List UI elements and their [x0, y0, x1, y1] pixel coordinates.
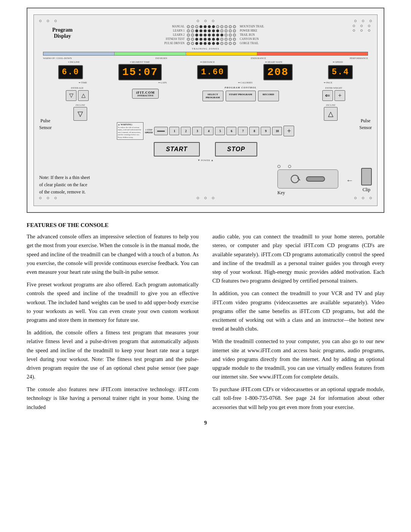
clip-section: Clip: [361, 168, 372, 193]
training-zones: TRAINING ZONES: [39, 47, 372, 50]
zones-labels: WARM-UP / COOL-DOWN FAT-BURN ENDURANCE P…: [39, 56, 372, 60]
speed-btn-8[interactable]: 8: [249, 127, 259, 135]
main-control-row: ENTER AGE ▽ △ iFIT.COM INTERACTIVE: [66, 86, 345, 101]
ifit-logo-button[interactable]: iFIT.COM INTERACTIVE: [132, 89, 159, 99]
col1-para-4: The console also features new iFIT.com i…: [27, 385, 199, 412]
metric-speed: 5.4: [328, 65, 353, 79]
key-slot: [306, 176, 325, 182]
text-content: FEATURES OF THE CONSOLE The advanced con…: [27, 222, 384, 426]
key-area: [277, 169, 338, 189]
corner-dot: [354, 20, 357, 22]
col2-para-1: audio cable, you can connect the treadmi…: [212, 232, 384, 285]
col2-para-3: With the treadmill connected to your com…: [212, 337, 384, 381]
pulse-sensor-right: Pulse Sensor: [359, 117, 372, 131]
metric-incline: 6.0: [58, 65, 83, 79]
col2-para-2: In addition, you can connect the treadmi…: [212, 289, 384, 333]
metric-distance: 1.60: [197, 65, 228, 79]
note-text: Note: If there is a thin sheetof clear p…: [39, 174, 90, 196]
clip-shape: [361, 168, 372, 185]
pulse-sensor-left: Pulse Sensor: [39, 117, 52, 131]
stop-button[interactable]: STOP: [215, 142, 257, 157]
start-button[interactable]: START: [154, 142, 200, 157]
weight-down-button[interactable]: ⇐: [322, 90, 333, 101]
console-diagram: Program Display MANUAL MOUNTAIN TRAIL LE: [27, 8, 384, 213]
features-heading: FEATURES OF THE CONSOLE: [27, 222, 384, 228]
enter-age-section: ENTER AGE ▽ △: [66, 87, 89, 101]
select-program-button[interactable]: SELECTPROGRAM: [202, 91, 223, 101]
key-label: Key: [277, 190, 338, 196]
speed-btn-5[interactable]: 5: [215, 127, 225, 135]
speed-btn-3[interactable]: 3: [192, 127, 202, 135]
bottom-area: Note: If there is a thin sheetof clear p…: [39, 165, 372, 196]
key-hole-left: [277, 165, 280, 168]
control-area: Pulse Sensor Pulse Sensor ENTER AGE ▽: [39, 86, 372, 162]
metrics-display-row: 6.0 15:07 1.60 208 5.4: [41, 64, 370, 80]
record-button[interactable]: RECORD: [258, 91, 279, 101]
prog-row-pulse-driven: PULSE DRIVEN GORGE TRAIL: [157, 42, 349, 45]
start-program-button[interactable]: START PROGRAM: [226, 91, 256, 101]
corner-dot: [39, 20, 41, 22]
magnifier-circle: [291, 175, 299, 183]
incline-down-button[interactable]: ▽: [73, 107, 87, 121]
corner-dot: [47, 20, 49, 22]
corner-dots-top: [39, 20, 372, 22]
key-hole-right: [288, 165, 291, 168]
prog-row-fitness-test: FITNESS TEST CANYON RUN: [157, 37, 349, 41]
two-column-layout: The advanced console offers an impressiv…: [27, 232, 384, 415]
clip-label: Clip: [363, 187, 371, 193]
col-right: audio cable, you can connect the treadmi…: [212, 232, 384, 415]
prog-row-learn1: LEARN 1 POWER HIKE: [157, 29, 349, 32]
incline-row: INCLINE ▽ INCLINE △: [73, 104, 338, 121]
speed-row: ▲ WARNING: To reduce the risk of serious…: [66, 122, 345, 140]
speed-btn-4[interactable]: 4: [204, 127, 213, 135]
program-rows: MANUAL MOUNTAIN TRAIL LEARN 1 POWER HIKE: [157, 25, 349, 45]
age-up-button[interactable]: △: [78, 90, 89, 101]
speed-btn-7[interactable]: 7: [238, 127, 248, 135]
metric-heartrate: 208: [263, 64, 292, 80]
arrow-icon: ←: [346, 176, 354, 185]
enter-weight-section: ENTER WEIGHT ⇐ +: [322, 87, 345, 101]
metric-time: 15:07: [118, 64, 162, 80]
metrics-bottom-labels: ▪▪ TIME ▪▪ LAPS ▪▪ CALORIES ▪▪ PACE: [43, 81, 368, 84]
corner-dot: [362, 20, 364, 22]
corner-dot: [370, 20, 372, 22]
prog-row-learn2: LEARN 2 TRAIL RUN: [157, 33, 349, 37]
prog-row-manual: MANUAL MOUNTAIN TRAIL: [157, 25, 349, 28]
key-clip-area: Key ← Clip: [277, 165, 372, 196]
speed-btn-6[interactable]: 6: [226, 127, 236, 135]
corner-dots-bottom: [39, 197, 372, 199]
zones-bar: [43, 52, 368, 56]
col1-para-2: Five preset workout programs are also of…: [27, 280, 199, 324]
speed-plus-button[interactable]: +: [284, 126, 294, 136]
col-left: The advanced console offers an impressiv…: [27, 232, 199, 415]
warning-box: ▲ WARNING: To reduce the risk of serious…: [117, 122, 143, 140]
power-label: ▼ POWER ▲: [66, 159, 345, 162]
col1-para-3: In addition, the console offers a fitnes…: [27, 328, 199, 381]
page-number: 9: [27, 420, 384, 426]
corner-dot: [212, 20, 214, 22]
program-display-label: Program Display: [39, 23, 89, 39]
col2-para-4: To purchase iFIT.com CD's or videocasset…: [212, 385, 384, 412]
age-down-button[interactable]: ▽: [66, 90, 76, 101]
speed-btn-2[interactable]: 2: [181, 127, 191, 135]
col1-para-1: The advanced console offers an impressiv…: [27, 232, 199, 276]
speed-btn-9[interactable]: 9: [261, 127, 271, 135]
weight-up-button[interactable]: +: [335, 90, 345, 101]
speed-flat-button[interactable]: [154, 127, 168, 135]
corner-dot: [204, 20, 207, 22]
console-inner: Program Display MANUAL MOUNTAIN TRAIL LE: [33, 14, 378, 206]
incline-up-button[interactable]: △: [324, 107, 338, 121]
corner-dot: [54, 20, 57, 22]
program-control-section: PROGRAM CONTROL SELECTPROGRAM START PROG…: [202, 86, 279, 101]
speed-btn-10[interactable]: 10: [272, 127, 282, 135]
metrics-top-labels: ▪ INCLINE ▪ SEGMENT TIME ▪▪ DISTANCE ▪▪ …: [43, 61, 368, 63]
corner-dot: [197, 20, 199, 22]
speed-btn-1[interactable]: 1: [169, 127, 179, 135]
start-stop-row: START STOP: [66, 142, 345, 157]
